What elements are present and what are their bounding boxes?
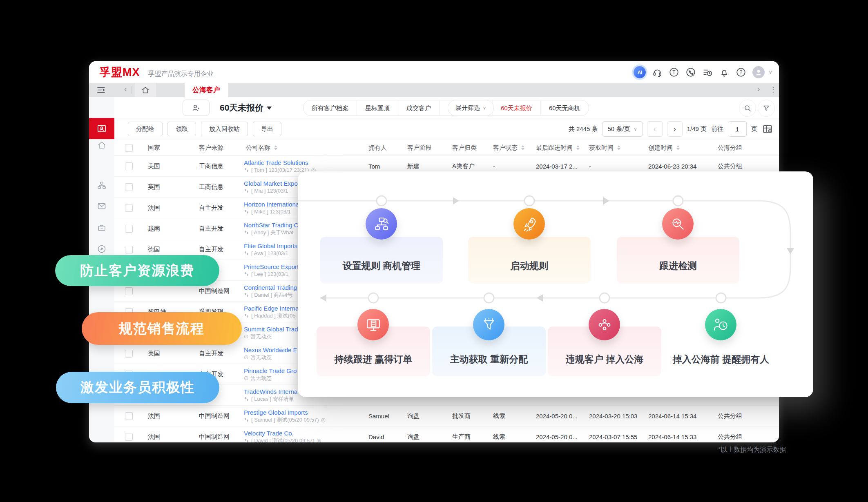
- company-link[interactable]: Summit Global Trad: [244, 326, 298, 333]
- sidebar-item-briefcase[interactable]: [89, 220, 114, 235]
- row-checkbox[interactable]: [125, 433, 133, 441]
- eye-icon[interactable]: ◎: [317, 438, 321, 442]
- company-link[interactable]: Elite Global Imports: [244, 242, 297, 249]
- row-checkbox[interactable]: [125, 183, 133, 191]
- help-icon[interactable]: ?: [736, 67, 746, 78]
- collapse-sidebar-icon[interactable]: [96, 85, 106, 95]
- column-header[interactable]: 公司名称: [237, 144, 359, 152]
- table-header: 国家客户来源公司名称拥有人客户阶段客户归类客户状态最后跟进时间获取时间创建时间公…: [114, 140, 779, 156]
- page-size-select[interactable]: 50 条/页∨: [602, 121, 643, 137]
- activity-line: [ Lee ] 123(03/1: [244, 271, 288, 277]
- select-all-checkbox[interactable]: [125, 144, 133, 152]
- cell-category: 生产商: [443, 433, 484, 441]
- view-dropdown[interactable]: 60天未报价: [220, 97, 272, 118]
- total-count: 共 2445 条: [569, 125, 598, 133]
- company-link[interactable]: PrimeSource Export: [244, 263, 299, 270]
- table-row[interactable]: 法国中国制造网Velocity Trade Co.[ David ] 测试(05…: [114, 426, 779, 442]
- column-header[interactable]: 客户状态: [484, 144, 527, 152]
- sort-icon[interactable]: [676, 145, 680, 150]
- goto-page-input[interactable]: [728, 121, 747, 137]
- company-link[interactable]: Prestige Global Imports: [244, 409, 308, 416]
- row-checkbox[interactable]: [125, 246, 133, 253]
- company-link[interactable]: Global Market Expor: [244, 180, 300, 187]
- row-checkbox[interactable]: [125, 204, 133, 212]
- filter-no-opportunity-60d[interactable]: 60天无商机: [540, 100, 589, 116]
- tab-forward-icon[interactable]: ›: [757, 84, 760, 93]
- sidebar-item-org-chart[interactable]: [89, 178, 114, 193]
- funnel-collect-icon: [473, 309, 504, 340]
- sidebar-item-compass[interactable]: [89, 242, 114, 256]
- benefit-pill-motivate-sales: 激发业务员积极性: [56, 372, 219, 403]
- sidebar-item-home[interactable]: [89, 138, 114, 153]
- sort-icon[interactable]: [576, 145, 580, 150]
- translate-icon[interactable]: T: [669, 67, 679, 78]
- column-header: 客户归类: [443, 144, 484, 152]
- sort-icon[interactable]: [617, 145, 620, 150]
- column-header[interactable]: 最后跟进时间: [527, 144, 580, 152]
- sort-icon[interactable]: [274, 145, 277, 150]
- row-checkbox[interactable]: [125, 412, 133, 420]
- column-header: 国家: [139, 144, 190, 152]
- company-link[interactable]: TradeWinds Interna: [244, 388, 297, 395]
- headset-icon[interactable]: [652, 67, 663, 78]
- cell-source: 自主开发: [190, 204, 237, 212]
- cell-country: 美国: [139, 162, 190, 170]
- sort-icon[interactable]: [521, 145, 524, 150]
- filter-deal-customers[interactable]: 成交客户: [398, 100, 439, 116]
- filter-starred[interactable]: 星标置顶: [357, 100, 398, 116]
- tab-more-icon[interactable]: ⋮: [770, 85, 777, 94]
- filter-all-customers[interactable]: 所有客户档案: [303, 100, 357, 116]
- row-checkbox[interactable]: [125, 162, 133, 170]
- eye-icon[interactable]: ◎: [321, 417, 325, 423]
- tab-home-icon[interactable]: [135, 83, 156, 97]
- export-button[interactable]: 导出: [253, 122, 281, 136]
- cell-category: 批发商: [443, 412, 484, 420]
- search-icon[interactable]: [739, 100, 756, 117]
- cell-source: 自主开发: [190, 350, 237, 358]
- prev-page-button[interactable]: ‹: [647, 121, 663, 137]
- next-page-button[interactable]: ›: [667, 121, 683, 137]
- column-header[interactable]: 获取时间: [580, 144, 639, 152]
- task-list-icon[interactable]: [702, 67, 713, 78]
- activity-line: [ Mike ] 123(03/1: [244, 209, 291, 215]
- notifications-icon[interactable]: [719, 67, 730, 78]
- sidebar-item-mail[interactable]: [89, 199, 114, 213]
- company-link[interactable]: Nexus Worldwide E: [244, 347, 297, 353]
- cell-country: 越南: [139, 225, 190, 233]
- activity-track-icon: [244, 251, 249, 256]
- tab-back-icon[interactable]: ‹: [124, 84, 127, 93]
- row-checkbox[interactable]: [125, 350, 133, 358]
- table-row[interactable]: 法国中国制造网Prestige Global Imports[ Samuel ]…: [114, 406, 779, 426]
- cell-source: 工商信息: [190, 162, 237, 170]
- company-link[interactable]: Velocity Trade Co.: [244, 430, 294, 437]
- company-link[interactable]: NorthStar Trading C: [244, 222, 298, 229]
- activity-track-icon: [244, 417, 249, 422]
- chevron-down-icon[interactable]: ∨: [768, 69, 772, 75]
- filter-funnel-icon[interactable]: [758, 100, 775, 117]
- cell-country: 法国: [139, 412, 190, 420]
- sidebar-item-customers[interactable]: [89, 118, 114, 139]
- tab-public-customers[interactable]: 公海客户: [185, 83, 228, 97]
- cell-last-follow-time: 2024-05-20 0...: [527, 433, 580, 440]
- row-checkbox[interactable]: [125, 225, 133, 233]
- company-link[interactable]: Pinnacle Trade Gro: [244, 367, 297, 374]
- column-settings-icon[interactable]: [762, 123, 773, 135]
- filter-no-quote-60d[interactable]: 60天未报价: [492, 100, 540, 116]
- phone-icon[interactable]: [685, 67, 696, 78]
- brand: 孚盟MX 孚盟产品演示专用企业: [100, 65, 214, 80]
- avatar[interactable]: [752, 66, 765, 78]
- claim-button[interactable]: 领取: [167, 122, 196, 136]
- activity-line: [ Samuel ] 测试(05/20 09:57)◎: [244, 417, 326, 423]
- expand-filters-button[interactable]: 展开筛选 ∨: [448, 100, 494, 116]
- row-checkbox[interactable]: [125, 287, 133, 295]
- column-header[interactable]: 创建时间: [639, 144, 709, 152]
- company-link[interactable]: Horizon Internationa: [244, 201, 299, 208]
- company-link[interactable]: Atlantic Trade Solutions: [244, 159, 308, 166]
- ai-assistant-icon[interactable]: AI: [634, 66, 646, 78]
- company-link[interactable]: Pacific Edge Interna: [244, 305, 299, 312]
- company-link[interactable]: Continental Trading: [244, 284, 297, 291]
- owner-filter-button[interactable]: [183, 100, 210, 116]
- assign-to-button[interactable]: 分配给: [128, 122, 163, 136]
- recycle-bin-button[interactable]: 放入回收站: [201, 122, 248, 136]
- activity-line: [ Andy ] 关于What: [244, 229, 293, 235]
